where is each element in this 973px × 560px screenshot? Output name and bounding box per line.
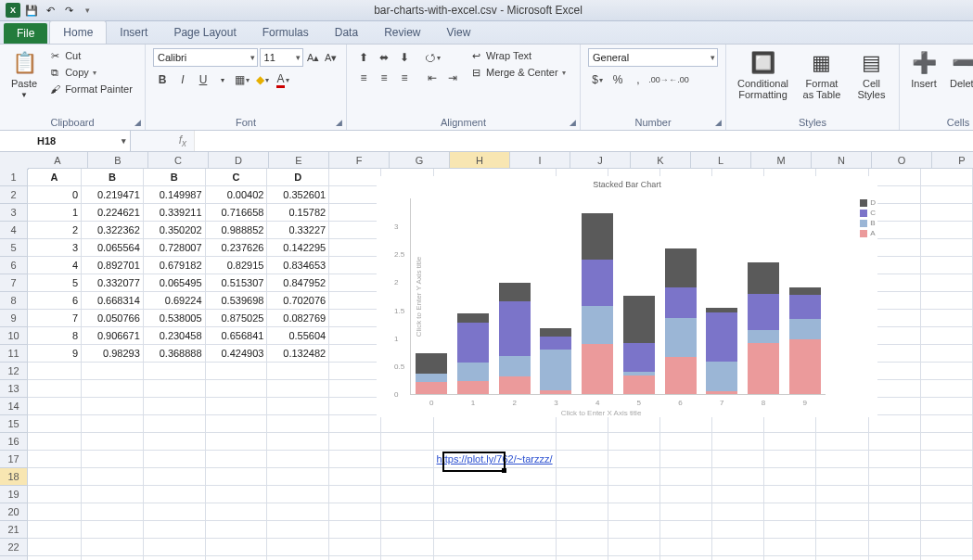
cell[interactable]: B: [82, 169, 144, 186]
cell[interactable]: [816, 433, 868, 451]
cell[interactable]: [329, 556, 381, 561]
cell[interactable]: 0.892701: [82, 257, 144, 274]
cell[interactable]: [556, 451, 608, 468]
cell[interactable]: [868, 539, 920, 556]
cell[interactable]: [816, 468, 868, 486]
cell[interactable]: [329, 327, 381, 345]
row-header[interactable]: 21: [0, 521, 28, 539]
cell[interactable]: [381, 556, 433, 561]
cell[interactable]: [267, 503, 329, 521]
cell[interactable]: [205, 398, 267, 415]
row-header[interactable]: 20: [0, 503, 28, 521]
cell[interactable]: [868, 556, 920, 561]
cell[interactable]: 0.424903: [205, 345, 267, 363]
column-header[interactable]: L: [691, 152, 751, 169]
cell[interactable]: [659, 556, 711, 561]
cell[interactable]: [381, 503, 433, 521]
row-header[interactable]: 17: [0, 451, 28, 468]
align-bottom-button[interactable]: ⬇: [395, 48, 414, 67]
cell[interactable]: [712, 556, 764, 561]
column-header[interactable]: M: [751, 152, 812, 169]
cell[interactable]: [28, 468, 82, 486]
cell[interactable]: C: [205, 169, 267, 186]
cell[interactable]: [381, 539, 433, 556]
cell[interactable]: [868, 415, 920, 433]
accounting-format-button[interactable]: $: [588, 70, 607, 89]
tab-data[interactable]: Data: [322, 21, 371, 44]
row-header[interactable]: 10: [0, 327, 28, 345]
cell[interactable]: [381, 433, 433, 451]
number-format-combo[interactable]: General: [588, 48, 718, 67]
save-icon[interactable]: 💾: [24, 3, 39, 18]
cell[interactable]: 0.322362: [82, 222, 144, 239]
cell[interactable]: [329, 274, 381, 292]
cell[interactable]: [381, 468, 433, 486]
cell[interactable]: 0.656841: [205, 327, 267, 345]
cell[interactable]: [920, 222, 972, 239]
cell[interactable]: [556, 468, 608, 486]
row-header[interactable]: 6: [0, 257, 28, 274]
font-family-combo[interactable]: Calibri: [153, 48, 258, 67]
cell[interactable]: [764, 468, 816, 486]
cell[interactable]: [433, 486, 556, 503]
cell[interactable]: [608, 486, 659, 503]
cell[interactable]: 0.988852: [205, 222, 267, 239]
cell[interactable]: 7: [28, 310, 82, 327]
cell[interactable]: [267, 451, 329, 468]
cell[interactable]: 8: [28, 327, 82, 345]
cell[interactable]: [920, 310, 972, 327]
cell[interactable]: [659, 539, 711, 556]
cell[interactable]: [433, 503, 556, 521]
cell[interactable]: 9: [28, 345, 82, 363]
bold-button[interactable]: B: [153, 70, 172, 89]
decrease-indent-button[interactable]: ⇤: [423, 69, 442, 87]
tab-home[interactable]: Home: [49, 20, 107, 44]
cell[interactable]: [920, 539, 972, 556]
cell[interactable]: 0.834653: [267, 257, 329, 274]
dialog-launcher-icon[interactable]: ◢: [132, 117, 143, 128]
cell[interactable]: [205, 539, 267, 556]
dialog-launcher-icon[interactable]: ◢: [712, 117, 723, 128]
cell[interactable]: [28, 451, 82, 468]
fx-icon[interactable]: fx: [179, 134, 186, 148]
delete-cells-button[interactable]: ➖ Delete: [946, 48, 973, 91]
cell[interactable]: [28, 539, 82, 556]
column-header[interactable]: G: [390, 152, 450, 169]
row-header[interactable]: 19: [0, 486, 28, 503]
cell[interactable]: [712, 521, 764, 539]
align-top-button[interactable]: ⬆: [354, 48, 373, 67]
cell[interactable]: [920, 451, 972, 468]
worksheet[interactable]: ABCDEFGHIJKLMNOP 12345678910111213141516…: [0, 152, 973, 560]
align-middle-button[interactable]: ⬌: [375, 48, 393, 67]
cell[interactable]: [329, 503, 381, 521]
cell[interactable]: [329, 433, 381, 451]
cell[interactable]: [764, 503, 816, 521]
cell[interactable]: [205, 433, 267, 451]
cell[interactable]: [329, 486, 381, 503]
cell[interactable]: [82, 521, 144, 539]
cell[interactable]: 1: [28, 204, 82, 222]
cell[interactable]: [143, 433, 205, 451]
cell[interactable]: [608, 451, 659, 468]
row-header[interactable]: 18: [0, 468, 28, 486]
cell[interactable]: [920, 169, 972, 186]
cell[interactable]: [267, 363, 329, 380]
dialog-launcher-icon[interactable]: ◢: [567, 117, 578, 128]
cell[interactable]: [764, 451, 816, 468]
cut-button[interactable]: ✂ Cut: [46, 48, 134, 63]
cell[interactable]: [433, 539, 556, 556]
cell[interactable]: [267, 521, 329, 539]
orientation-button[interactable]: ⭯: [423, 48, 442, 67]
cell[interactable]: [608, 433, 659, 451]
cell[interactable]: 0.33227: [267, 222, 329, 239]
column-header[interactable]: H: [450, 152, 510, 169]
cell[interactable]: [82, 363, 144, 380]
cell[interactable]: [816, 521, 868, 539]
cell[interactable]: [608, 415, 659, 433]
cell[interactable]: [329, 345, 381, 363]
cell[interactable]: [143, 380, 205, 398]
cell[interactable]: [920, 415, 972, 433]
cell[interactable]: [82, 539, 144, 556]
row-header[interactable]: 2: [0, 186, 28, 204]
cell[interactable]: D: [267, 169, 329, 186]
